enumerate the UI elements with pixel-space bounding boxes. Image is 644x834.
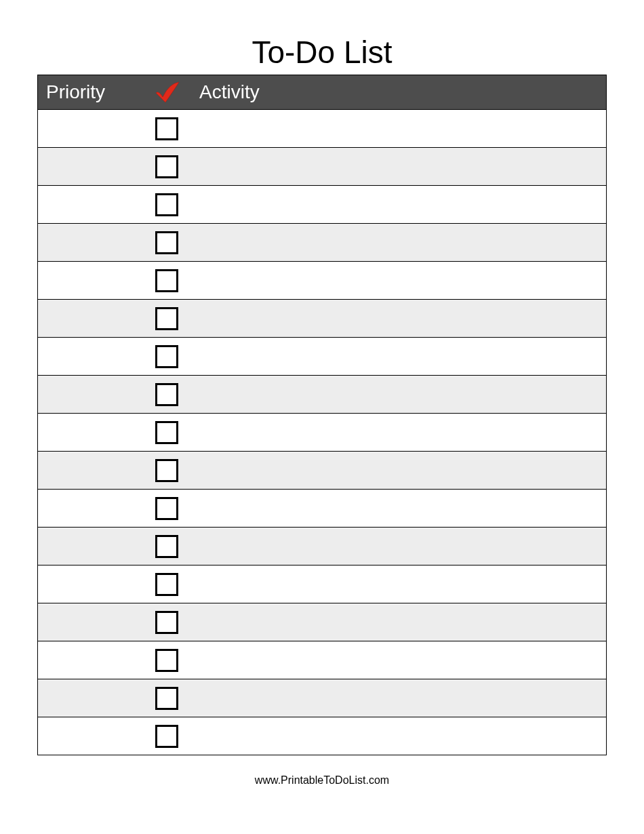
checkbox[interactable] [155, 687, 178, 710]
checkbox-cell [140, 573, 194, 596]
checkbox-cell [140, 687, 194, 710]
activity-cell[interactable] [194, 356, 606, 357]
todo-table: Priority Activity [37, 75, 607, 755]
priority-cell[interactable] [38, 204, 140, 205]
priority-cell[interactable] [38, 470, 140, 471]
activity-cell[interactable] [194, 204, 606, 205]
checkbox-cell [140, 269, 194, 292]
checkbox-cell [140, 383, 194, 406]
checkbox-cell [140, 307, 194, 330]
priority-cell[interactable] [38, 356, 140, 357]
activity-cell[interactable] [194, 280, 606, 281]
checkbox-cell [140, 231, 194, 254]
table-row [38, 603, 606, 641]
activity-cell[interactable] [194, 546, 606, 547]
checkbox-cell [140, 725, 194, 748]
priority-cell[interactable] [38, 242, 140, 243]
priority-cell[interactable] [38, 622, 140, 622]
checkbox-cell [140, 421, 194, 444]
checkbox[interactable] [155, 535, 178, 558]
priority-cell[interactable] [38, 432, 140, 433]
table-row [38, 147, 606, 185]
activity-cell[interactable] [194, 584, 606, 584]
checkmark-icon [153, 81, 180, 104]
priority-cell[interactable] [38, 318, 140, 319]
priority-cell[interactable] [38, 736, 140, 736]
activity-cell[interactable] [194, 432, 606, 433]
activity-cell[interactable] [194, 394, 606, 395]
priority-cell[interactable] [38, 584, 140, 584]
activity-cell[interactable] [194, 698, 606, 698]
activity-cell[interactable] [194, 660, 606, 660]
priority-cell[interactable] [38, 394, 140, 395]
priority-cell[interactable] [38, 280, 140, 281]
activity-cell[interactable] [194, 736, 606, 736]
table-row [38, 489, 606, 527]
header-check [140, 81, 194, 104]
table-row [38, 565, 606, 603]
checkbox[interactable] [155, 459, 178, 482]
priority-cell[interactable] [38, 546, 140, 547]
table-row [38, 261, 606, 299]
header-activity: Activity [194, 81, 606, 103]
checkbox[interactable] [155, 611, 178, 634]
table-row [38, 413, 606, 451]
activity-cell[interactable] [194, 622, 606, 622]
checkbox[interactable] [155, 345, 178, 368]
checkbox-cell [140, 611, 194, 634]
activity-cell[interactable] [194, 470, 606, 471]
checkbox-cell [140, 497, 194, 520]
activity-cell[interactable] [194, 508, 606, 509]
table-row [38, 641, 606, 679]
checkbox[interactable] [155, 725, 178, 748]
table-row [38, 337, 606, 375]
checkbox[interactable] [155, 573, 178, 596]
checkbox-cell [140, 535, 194, 558]
checkbox-cell [140, 345, 194, 368]
checkbox[interactable] [155, 231, 178, 254]
checkbox-cell [140, 649, 194, 672]
table-row [38, 109, 606, 147]
table-row [38, 375, 606, 413]
checkbox[interactable] [155, 269, 178, 292]
checkbox-cell [140, 155, 194, 178]
priority-cell[interactable] [38, 128, 140, 129]
checkbox[interactable] [155, 117, 178, 140]
page-title: To-Do List [37, 34, 607, 71]
activity-cell[interactable] [194, 166, 606, 167]
checkbox[interactable] [155, 497, 178, 520]
checkbox[interactable] [155, 421, 178, 444]
table-row [38, 527, 606, 565]
priority-cell[interactable] [38, 166, 140, 167]
checkbox-cell [140, 459, 194, 482]
checkbox[interactable] [155, 649, 178, 672]
page: To-Do List Priority Activity www.Printab… [0, 0, 644, 834]
table-row [38, 679, 606, 717]
table-row [38, 223, 606, 261]
table-row [38, 185, 606, 223]
header-priority: Priority [38, 81, 140, 103]
table-header: Priority Activity [38, 75, 606, 109]
activity-cell[interactable] [194, 128, 606, 129]
checkbox[interactable] [155, 307, 178, 330]
checkbox[interactable] [155, 193, 178, 216]
activity-cell[interactable] [194, 318, 606, 319]
checkbox-cell [140, 193, 194, 216]
table-row [38, 299, 606, 337]
priority-cell[interactable] [38, 698, 140, 698]
checkbox[interactable] [155, 383, 178, 406]
checkbox[interactable] [155, 155, 178, 178]
table-row [38, 451, 606, 489]
priority-cell[interactable] [38, 660, 140, 660]
activity-cell[interactable] [194, 242, 606, 243]
checkbox-cell [140, 117, 194, 140]
priority-cell[interactable] [38, 508, 140, 509]
footer-text: www.PrintableToDoList.com [37, 774, 607, 787]
table-row [38, 717, 606, 755]
